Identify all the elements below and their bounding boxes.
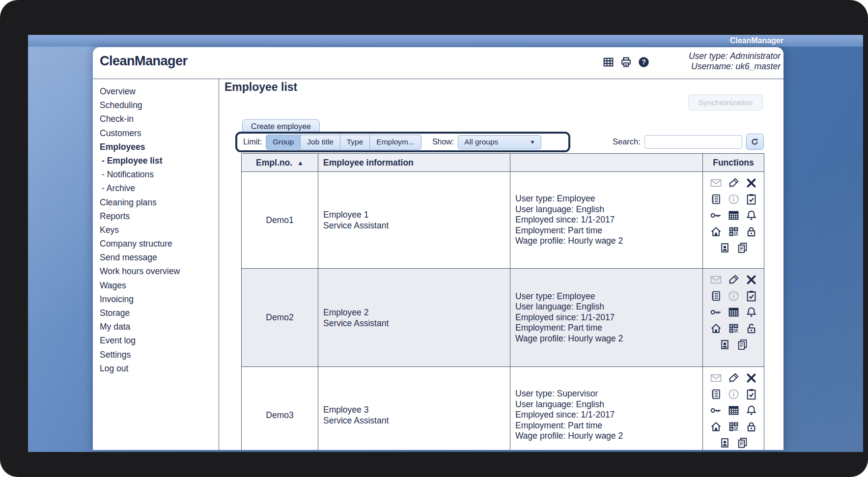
window-title: CleanManager [730,36,784,45]
documents-icon[interactable] [735,337,749,351]
header-employee-information: Employee information [318,154,510,171]
detail-line: User type: Employee [515,194,702,204]
search-label: Search: [613,137,641,146]
sidebar-item-storage[interactable]: Storage [93,306,219,320]
sidebar-item-invoicing[interactable]: Invoicing [93,292,219,306]
limit-type-button[interactable]: Type [340,135,370,150]
lock-icon[interactable] [744,420,758,433]
sidebar-item-event-log[interactable]: Event log [93,334,219,347]
sidebar-item-log-out[interactable]: Log out [93,362,219,375]
logbook-icon[interactable] [709,192,723,206]
email-icon[interactable] [709,371,723,385]
info-icon[interactable] [727,289,740,303]
schedule-icon[interactable] [727,403,740,417]
sidebar-item-reports[interactable]: Reports [93,209,219,223]
key-icon[interactable] [709,208,723,222]
sidebar-item-settings[interactable]: Settings [93,348,219,362]
tasks-icon[interactable] [744,387,758,401]
app-window: CleanManager User type: Administrator Us… [93,47,784,450]
main-content: Employee list Synchronization Create emp… [220,79,784,450]
info-icon[interactable] [727,192,740,206]
function-icon-bottom-row [718,337,749,351]
detail-line: User language: English [515,302,702,312]
empl-no-cell: Demo2 [242,269,318,366]
sidebar-item-customers[interactable]: Customers [93,126,219,140]
show-groups-dropdown[interactable]: All groups ▼ [458,135,541,149]
documents-icon[interactable] [735,436,749,449]
logbook-icon[interactable] [709,289,723,303]
screen-bezel: CleanManager CleanManager User type: Adm… [0,0,868,477]
limit-group-button[interactable]: Group [266,135,301,150]
bell-icon[interactable] [744,208,758,222]
lock-icon[interactable] [744,224,758,238]
idcard-icon[interactable] [718,436,731,449]
functions-cell [702,367,764,450]
refresh-icon [750,137,759,146]
lock-open-icon[interactable] [744,321,758,335]
browser-title-bar: CleanManager [28,35,863,47]
sidebar-item-my-data[interactable]: My data [93,320,219,334]
delete-icon[interactable] [744,273,758,286]
sidebar-item-company-structure[interactable]: Company structure [93,237,219,251]
logbook-icon[interactable] [709,387,723,401]
sidebar-item-wages[interactable]: Wages [93,279,219,292]
edit-icon[interactable] [727,273,740,286]
bell-icon[interactable] [744,403,758,417]
limit-segment-group: Group Job title Type Employm... [266,135,421,150]
info-icon[interactable] [727,387,740,401]
detail-line: Employment: Part time [515,323,702,334]
table-grid-icon[interactable] [602,56,615,68]
delete-icon[interactable] [744,371,758,385]
home-icon[interactable] [709,224,723,238]
key-icon[interactable] [709,305,723,319]
schedule-icon[interactable] [727,305,740,319]
sidebar-item-keys[interactable]: Keys [93,223,219,237]
refresh-button[interactable] [746,134,764,150]
detail-line: Employed since: 1/1-2017 [515,312,702,323]
idcard-icon[interactable] [718,337,731,351]
sidebar-item-employees[interactable]: Employees [93,140,219,154]
documents-icon[interactable] [735,241,749,254]
email-icon[interactable] [709,273,723,286]
delete-icon[interactable] [744,176,758,190]
qr-icon[interactable] [727,420,740,433]
sidebar-item-notifications[interactable]: - Notifications [93,168,219,181]
idcard-icon[interactable] [718,241,731,254]
sidebar-nav: OverviewSchedulingCheck-inCustomersEmplo… [93,79,219,450]
limit-job-title-button[interactable]: Job title [300,135,340,150]
sidebar-item-archive[interactable]: - Archive [93,181,219,195]
qr-icon[interactable] [727,321,740,335]
key-icon[interactable] [709,403,723,417]
screenshot-canvas: CleanManager CleanManager User type: Adm… [0,0,868,477]
search-input[interactable] [644,135,742,149]
header-empl-no[interactable]: Empl.no. ▲ [242,154,318,171]
home-icon[interactable] [709,420,723,433]
printer-icon[interactable] [620,56,632,68]
sidebar-item-work-hours-overview[interactable]: Work hours overview [93,264,219,278]
employee-details-cell: User type: SupervisorUser language: Engl… [510,367,702,450]
employee-table: Empl.no. ▲ Employee information Function… [241,153,764,450]
sidebar-item-send-message[interactable]: Send message [93,251,219,264]
edit-icon[interactable] [727,176,740,190]
help-icon[interactable] [638,56,650,68]
empl-no-cell: Demo3 [242,367,318,450]
limit-employment-button[interactable]: Employm... [369,135,421,150]
qr-icon[interactable] [727,224,740,238]
schedule-icon[interactable] [727,208,740,222]
email-icon[interactable] [709,176,723,190]
tasks-icon[interactable] [744,192,758,206]
edit-icon[interactable] [727,371,740,385]
sidebar-item-scheduling[interactable]: Scheduling [93,98,219,112]
table-row: Demo1 Employee 1 Service Assistant User … [242,171,764,268]
sidebar-item-overview[interactable]: Overview [93,84,219,98]
sidebar-item-employee-list[interactable]: - Employee list [93,154,219,168]
app-logo-text: CleanManager [100,54,188,69]
tasks-icon[interactable] [744,289,758,303]
sidebar-item-check-in[interactable]: Check-in [93,112,219,126]
employee-name: Employee 1 [323,209,510,220]
bell-icon[interactable] [744,305,758,319]
app-header: CleanManager User type: Administrator Us… [93,47,784,79]
home-icon[interactable] [709,321,723,335]
synchronization-button[interactable]: Synchronization [688,94,763,111]
sidebar-item-cleaning-plans[interactable]: Cleaning plans [93,196,219,209]
